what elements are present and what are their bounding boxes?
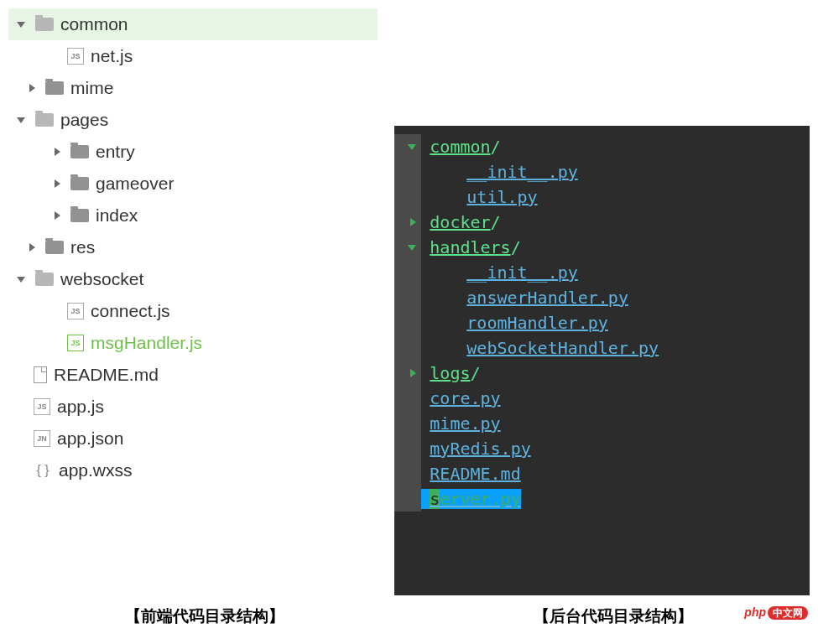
file-label: __init__.py	[466, 162, 577, 182]
file-label: roomHandler.py	[466, 313, 608, 333]
file-label: msgHandler.js	[91, 333, 202, 353]
chevron-down-icon	[17, 22, 25, 28]
json-file-icon: JN	[34, 430, 50, 447]
tree-file-util[interactable]: util.py	[394, 184, 810, 210]
file-label: README.md	[430, 464, 520, 484]
backend-tree: common/ __init__.py util.py docker/ hand…	[394, 126, 810, 595]
folder-label: entry	[96, 142, 135, 162]
file-label: mime.py	[430, 413, 500, 434]
folder-label: common	[60, 14, 128, 34]
tree-folder-mime[interactable]: mime	[8, 72, 378, 104]
file-label: webSocketHandler.py	[466, 338, 659, 358]
tree-file-app-json[interactable]: JN app.json	[8, 423, 378, 454]
file-label: app.wxss	[59, 460, 133, 480]
tree-folder-common[interactable]: common	[8, 8, 378, 40]
js-file-icon: JS	[34, 398, 50, 415]
tree-folder-pages[interactable]: pages	[8, 104, 378, 136]
tree-file-init[interactable]: __init__.py	[394, 159, 810, 184]
folder-open-icon	[35, 113, 54, 127]
tree-file-server[interactable]: server.py	[394, 486, 810, 512]
tree-folder-res[interactable]: res	[8, 231, 378, 263]
chevron-right-icon	[55, 148, 60, 156]
chevron-right-icon	[410, 218, 416, 226]
file-label: README.md	[54, 365, 159, 385]
tree-folder-entry[interactable]: entry	[8, 136, 378, 168]
file-label: app.js	[57, 397, 104, 417]
folder-icon	[70, 177, 89, 190]
tree-file-init2[interactable]: __init__.py	[394, 260, 810, 285]
js-file-icon: JS	[67, 48, 84, 65]
folder-icon	[45, 241, 64, 254]
file-label: net.js	[91, 46, 133, 66]
chevron-right-icon	[410, 369, 416, 377]
tree-folder-gameover[interactable]: gameover	[8, 168, 378, 200]
tree-folder-logs[interactable]: logs/	[394, 361, 810, 386]
folder-icon	[45, 81, 64, 95]
tree-folder-handlers[interactable]: handlers/	[394, 235, 810, 260]
js-file-icon: JS	[67, 303, 84, 319]
frontend-tree: common JS net.js mime pages entry	[8, 8, 378, 595]
tree-file-answerhandler[interactable]: answerHandler.py	[394, 285, 810, 310]
tree-file-app-wxss[interactable]: { } app.wxss	[8, 454, 378, 486]
file-label: __init__.py	[466, 262, 577, 283]
tree-folder-websocket[interactable]: websocket	[8, 263, 378, 295]
file-label: myRedis.py	[430, 439, 530, 459]
folder-label: pages	[60, 110, 108, 130]
folder-open-icon	[35, 273, 54, 286]
tree-file-msghandler-js[interactable]: JS msgHandler.js	[8, 327, 378, 359]
watermark-php: php	[744, 605, 766, 619]
file-label: util.py	[466, 187, 537, 207]
tree-file-app-js[interactable]: JS app.js	[8, 391, 378, 423]
folder-label: docker	[430, 212, 490, 232]
chevron-down-icon	[17, 117, 25, 123]
folder-icon	[70, 145, 89, 158]
folder-open-icon	[35, 18, 54, 31]
folder-icon	[70, 209, 89, 222]
folder-label: gameover	[96, 174, 174, 194]
watermark-cn: 中文网	[768, 606, 808, 620]
tree-file-mime[interactable]: mime.py	[394, 411, 810, 436]
tree-file-readme[interactable]: README.md	[8, 359, 378, 391]
tree-folder-docker[interactable]: docker/	[394, 210, 810, 235]
folder-label: mime	[70, 78, 113, 98]
chevron-right-icon	[29, 243, 35, 252]
folder-label: logs	[430, 363, 470, 383]
caption-right: 【后台代码目录结构】	[534, 605, 693, 627]
caption-left: 【前端代码目录结构】	[125, 605, 284, 627]
file-label: answerHandler.py	[466, 288, 628, 308]
chevron-right-icon	[29, 84, 35, 92]
tree-file-websockethandler[interactable]: webSocketHandler.py	[394, 335, 810, 361]
tree-file-myredis[interactable]: myRedis.py	[394, 436, 810, 461]
chevron-right-icon	[55, 211, 60, 220]
tree-file-roomhandler[interactable]: roomHandler.py	[394, 310, 810, 335]
file-label: server.py	[430, 489, 520, 509]
file-label: connect.js	[91, 301, 170, 321]
folder-label: common	[430, 137, 490, 157]
wxss-file-icon: { }	[34, 463, 52, 478]
file-label: app.json	[57, 428, 123, 449]
markdown-file-icon	[34, 366, 47, 383]
folder-label: handlers	[430, 237, 510, 257]
js-file-icon: JS	[67, 335, 84, 351]
tree-file-connect-js[interactable]: JS connect.js	[8, 295, 378, 327]
chevron-right-icon	[55, 179, 60, 188]
tree-file-readme[interactable]: README.md	[394, 461, 810, 486]
chevron-down-icon	[408, 144, 416, 150]
folder-label: res	[70, 237, 95, 257]
chevron-down-icon	[17, 277, 25, 283]
tree-folder-index[interactable]: index	[8, 200, 378, 231]
watermark: php中文网	[744, 605, 808, 621]
tree-folder-common[interactable]: common/	[394, 134, 810, 159]
tree-file-core[interactable]: core.py	[394, 386, 810, 411]
captions: 【前端代码目录结构】 【后台代码目录结构】	[0, 595, 818, 627]
chevron-down-icon	[408, 245, 416, 251]
folder-label: index	[96, 205, 138, 226]
tree-file-net-js[interactable]: JS net.js	[8, 40, 378, 72]
file-label: core.py	[430, 388, 500, 408]
folder-label: websocket	[60, 269, 143, 289]
